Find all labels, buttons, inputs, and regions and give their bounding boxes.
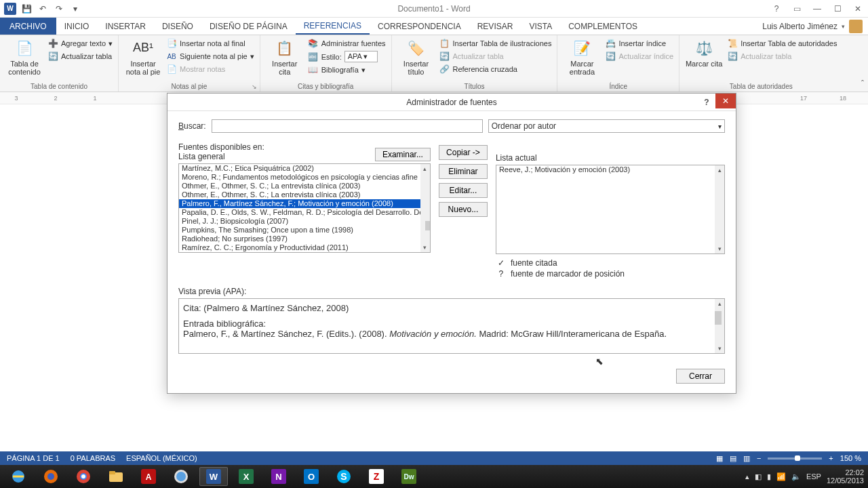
list-item[interactable]: Ramírez, C. C.; Ergonomía y Productivida… xyxy=(179,243,430,252)
taskbar-outlook-icon[interactable]: O xyxy=(297,467,326,486)
user-name[interactable]: Luis Alberto Jiménez xyxy=(762,22,837,31)
list-item[interactable]: Reeve, J.; Motivación y emoción (2003) xyxy=(179,252,430,253)
tray-lang[interactable]: ESP xyxy=(806,472,821,481)
list-item[interactable]: Radiohead; No surprises (1997) xyxy=(179,235,430,243)
scroll-down-icon[interactable]: ▾ xyxy=(715,344,724,353)
tab-complementos[interactable]: COMPLEMENTOS xyxy=(560,18,646,35)
manage-sources-button[interactable]: 📚Administrar fuentes xyxy=(308,38,386,49)
tab-diseño-de-página[interactable]: DISEÑO DE PÁGINA xyxy=(201,18,296,35)
tab-insertar[interactable]: INSERTAR xyxy=(97,18,154,35)
view-print-icon[interactable]: ▤ xyxy=(730,454,736,463)
insert-index-button[interactable]: 📇Insertar índice xyxy=(605,38,673,49)
taskbar-explorer-icon[interactable] xyxy=(102,467,130,486)
tab-correspondencia[interactable]: CORRESPONDENCIA xyxy=(370,18,469,35)
footnotes-launcher-icon[interactable]: ↘ xyxy=(252,83,257,90)
new-button[interactable]: Nuevo... xyxy=(439,202,488,217)
search-input[interactable] xyxy=(212,119,483,133)
scroll-down-icon[interactable]: ▾ xyxy=(715,244,724,253)
tray-wifi-icon[interactable]: 📶 xyxy=(776,472,786,481)
dialog-help-icon[interactable]: ? xyxy=(698,94,715,111)
redo-icon[interactable]: ↷ xyxy=(52,1,66,16)
taskbar-word-icon[interactable]: W xyxy=(199,467,228,486)
taskbar-excel-icon[interactable]: X xyxy=(232,467,260,486)
zoom-in-icon[interactable]: + xyxy=(829,454,833,462)
save-icon[interactable]: 💾 xyxy=(19,1,34,16)
next-footnote-button[interactable]: ABSiguiente nota al pie ▾ xyxy=(166,51,254,62)
status-lang[interactable]: ESPAÑOL (MÉXICO) xyxy=(126,454,197,462)
view-web-icon[interactable]: ▥ xyxy=(743,454,750,463)
list-item[interactable]: Papalia, D. E., Olds, S. W., Feldman, R.… xyxy=(179,208,430,217)
user-menu-icon[interactable]: ▾ xyxy=(842,23,845,30)
taskbar-skype-icon[interactable]: S xyxy=(330,467,358,486)
current-listbox[interactable]: Reeve, J.; Motivación y emoción (2003) ▴… xyxy=(496,165,725,254)
list-item[interactable]: Othmer, E., Othmer, S. C.; La entrevista… xyxy=(179,190,430,199)
tray-network-icon[interactable]: ◧ xyxy=(755,472,762,481)
update-toa-button[interactable]: 🔄Actualizar tabla xyxy=(727,51,837,62)
current-scrollbar[interactable]: ▴ ▾ xyxy=(715,165,724,253)
taskbar-chrome-icon[interactable] xyxy=(69,467,98,486)
taskbar-dreamweaver-icon[interactable]: Dw xyxy=(395,467,423,486)
tray-battery-icon[interactable]: ▮ xyxy=(767,472,771,481)
insert-citation-button[interactable]: 📋 Insertar cita xyxy=(266,38,304,76)
scroll-down-icon[interactable]: ▾ xyxy=(420,243,430,252)
delete-button[interactable]: Eliminar xyxy=(439,164,488,179)
view-read-icon[interactable]: ▦ xyxy=(716,454,723,463)
status-words[interactable]: 0 PALABRAS xyxy=(71,454,115,462)
dialog-close-icon[interactable]: ✕ xyxy=(715,94,736,108)
edit-button[interactable]: Editar... xyxy=(439,183,488,198)
list-item[interactable]: Othmer, E., Othmer, S. C.; La entrevista… xyxy=(179,182,430,190)
mark-citation-button[interactable]: ⚖️ Marcar cita xyxy=(685,38,723,68)
tab-diseño[interactable]: DISEÑO xyxy=(154,18,201,35)
copy-button[interactable]: Copiar -> xyxy=(439,145,488,160)
close-button[interactable]: Cerrar xyxy=(676,369,725,384)
zoom-value[interactable]: 150 % xyxy=(840,454,861,462)
insert-footnote-button[interactable]: AB¹ Insertar nota al pie xyxy=(124,38,162,76)
examine-button[interactable]: Examinar... xyxy=(375,148,431,161)
close-window-icon[interactable]: ✕ xyxy=(848,1,868,16)
citation-style-select[interactable]: 🔤 Estilo: APA ▾ xyxy=(308,51,386,62)
taskbar-ie-icon[interactable] xyxy=(4,467,33,486)
tab-vista[interactable]: VISTA xyxy=(521,18,560,35)
qat-customize-icon[interactable]: ▾ xyxy=(68,1,83,16)
master-scrollbar[interactable]: ▴ ▾ xyxy=(420,164,430,252)
tray-up-icon[interactable]: ▴ xyxy=(745,472,749,481)
list-item[interactable]: Reeve, J.; Motivación y emoción (2003) xyxy=(496,165,724,174)
tab-file[interactable]: ARCHIVO xyxy=(0,18,56,35)
taskbar-adobe-icon[interactable]: A xyxy=(134,467,163,486)
ribbon-display-icon[interactable]: ▭ xyxy=(787,1,807,16)
tab-referencias[interactable]: REFERENCIAS xyxy=(296,18,370,35)
avatar[interactable] xyxy=(849,20,863,33)
taskbar-zotero-icon[interactable]: Z xyxy=(362,467,391,486)
maximize-icon[interactable]: ☐ xyxy=(827,1,848,16)
cross-reference-button[interactable]: 🔗Referencia cruzada xyxy=(439,64,552,75)
update-toc-button[interactable]: 🔄Actualizar tabla xyxy=(47,51,113,62)
scroll-up-icon[interactable]: ▴ xyxy=(715,299,724,308)
taskbar-itunes-icon[interactable] xyxy=(167,467,195,486)
scroll-up-icon[interactable]: ▴ xyxy=(715,165,724,175)
mark-entry-button[interactable]: 📝 Marcar entrada xyxy=(563,38,601,76)
add-text-button[interactable]: ➕Agregar texto ▾ xyxy=(47,38,113,49)
undo-icon[interactable]: ↶ xyxy=(35,1,50,16)
taskbar-firefox-icon[interactable] xyxy=(37,467,65,486)
update-tof-button[interactable]: 🔄Actualizar tabla xyxy=(439,51,552,62)
zoom-out-icon[interactable]: − xyxy=(757,454,761,462)
master-listbox[interactable]: Martínez, M.C.; Etica Psiquátrica (2002)… xyxy=(178,163,431,253)
scroll-up-icon[interactable]: ▴ xyxy=(420,164,430,174)
tab-revisar[interactable]: REVISAR xyxy=(469,18,521,35)
list-item[interactable]: Pinel, J. J.; Biopsicología (2007) xyxy=(179,217,430,226)
collapse-ribbon-icon[interactable]: ˆ xyxy=(861,79,864,89)
tab-inicio[interactable]: INICIO xyxy=(56,18,98,35)
insert-caption-button[interactable]: 🏷️ Insertar título xyxy=(397,38,435,76)
list-item[interactable]: Pumpkins, The Smashing; Once upon a time… xyxy=(179,226,430,235)
taskbar-onenote-icon[interactable]: N xyxy=(264,467,293,486)
tray-volume-icon[interactable]: 🔈 xyxy=(791,472,801,481)
insert-endnote-button[interactable]: 📑Insertar nota al final xyxy=(166,38,254,49)
sort-select[interactable]: Ordenar por autor▾ xyxy=(488,119,725,133)
status-page[interactable]: PÁGINA 1 DE 1 xyxy=(7,454,60,462)
toc-button[interactable]: 📄 Tabla de contenido xyxy=(5,38,43,76)
list-item[interactable]: Palmero, F., Martínez Sánchez, F.; Motiv… xyxy=(179,199,430,208)
insert-toa-button[interactable]: 📜Insertar Tabla de autoridades xyxy=(727,38,837,49)
zoom-slider[interactable] xyxy=(768,458,822,460)
help-icon[interactable]: ? xyxy=(766,1,787,16)
minimize-icon[interactable]: — xyxy=(807,1,827,16)
